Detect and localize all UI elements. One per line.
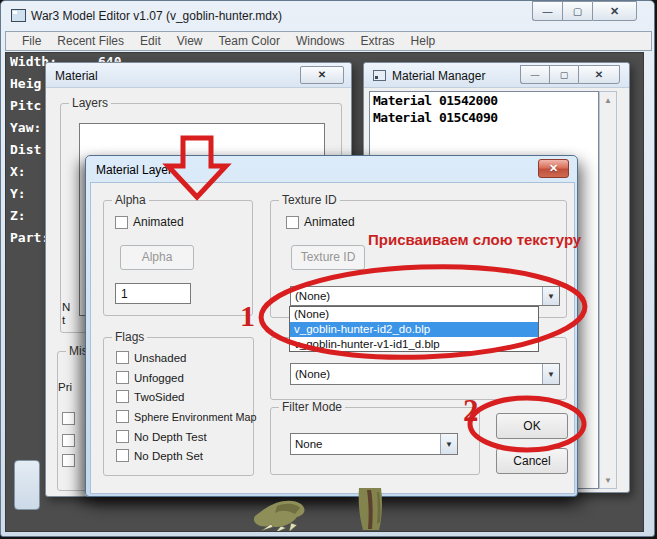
material-layer-titlebar[interactable]: Material Layer ✕ [86, 156, 577, 182]
alpha-animated-checkbox[interactable] [115, 216, 128, 229]
maximize-button[interactable]: ▢ [549, 65, 578, 84]
chevron-down-icon[interactable]: ▼ [440, 434, 457, 454]
filter-mode-combo[interactable]: None ▼ [290, 433, 458, 455]
animation-combo[interactable]: (None) ▼ [290, 363, 560, 385]
texture-combo[interactable]: (None) ▼ [290, 286, 560, 306]
list-item[interactable]: Material 015C4090 [370, 109, 598, 126]
menu-recent-files[interactable]: Recent Files [49, 34, 132, 48]
menu-help[interactable]: Help [403, 34, 444, 48]
menu-windows[interactable]: Windows [288, 34, 353, 48]
material-titlebar[interactable]: Material ✕ [46, 63, 351, 88]
material-manager-title: Material Manager [392, 69, 485, 83]
flag-twosided: TwoSided [116, 390, 185, 403]
material-checkbox-2[interactable] [62, 434, 75, 447]
main-window-title: War3 Model Editor v1.07 (v_goblin-hunter… [31, 9, 282, 23]
ok-button[interactable]: OK [496, 413, 568, 439]
menu-file[interactable]: File [14, 34, 49, 48]
material-layer-body: Alpha Animated Alpha 1 Texture ID Animat… [90, 182, 575, 494]
flag-no-depth-test: No Depth Test [116, 430, 207, 443]
chevron-down-icon[interactable]: ▼ [542, 287, 559, 305]
material-manager-icon [373, 70, 386, 81]
texture-id-group: Texture ID Animated Texture ID (None) ▼ [270, 200, 567, 318]
material-checkbox-3[interactable] [62, 454, 75, 467]
priority-label-partial: Pri [58, 381, 72, 393]
dropdown-option-selected[interactable]: v_goblin-hunter-id2_do.blp [290, 322, 538, 337]
cancel-button[interactable]: Cancel [496, 448, 568, 474]
flag-unfogged: Unfogged [116, 371, 184, 384]
scroll-up-icon[interactable]: ▲ [600, 92, 616, 108]
material-layer-title: Material Layer [96, 163, 172, 177]
list-item[interactable]: Material 01542000 [370, 92, 598, 109]
material-fragment-1: N [62, 301, 70, 313]
material-title: Material [55, 69, 98, 83]
menu-extras[interactable]: Extras [353, 34, 403, 48]
minimize-button[interactable]: — [532, 1, 562, 21]
alpha-animated-row: Animated [115, 215, 184, 229]
scroll-down-icon[interactable]: ▼ [600, 472, 616, 488]
menu-edit[interactable]: Edit [132, 34, 169, 48]
texture-animated-checkbox[interactable] [286, 216, 299, 229]
window-controls: — ▢ ✕ [532, 1, 637, 21]
unfogged-checkbox[interactable] [116, 371, 129, 384]
texture-dropdown-list: (None) v_goblin-hunter-id2_do.blp v_gobl… [289, 306, 539, 352]
material-manager-controls: — ▢ ✕ [520, 65, 620, 84]
close-button[interactable]: ✕ [592, 1, 637, 21]
menu-view[interactable]: View [169, 34, 211, 48]
close-button[interactable]: ✕ [538, 159, 569, 178]
dropdown-option[interactable]: v_goblin-hunter-v1-id1_d.blp [290, 337, 538, 352]
flag-sphere-env-map: Sphere Environment Map [116, 410, 256, 423]
goblin-model-feet [231, 488, 406, 532]
unshaded-checkbox[interactable] [116, 351, 129, 364]
alpha-value-input[interactable]: 1 [115, 283, 191, 304]
no-depth-set-checkbox[interactable] [116, 449, 129, 462]
material-manager-titlebar[interactable]: Material Manager — ▢ ✕ [364, 63, 629, 88]
no-depth-test-checkbox[interactable] [116, 430, 129, 443]
minimize-button[interactable]: — [520, 65, 549, 84]
material-fragment-2: t [62, 314, 65, 326]
screenshot-stage: War3 Model Editor v1.07 (v_goblin-hunter… [0, 0, 657, 539]
texture-animated-row: Animated [286, 215, 355, 229]
menu-team-color[interactable]: Team Color [211, 34, 288, 48]
dropdown-option[interactable]: (None) [290, 307, 538, 322]
menubar: File Recent Files Edit View Team Color W… [5, 31, 652, 51]
chevron-down-icon[interactable]: ▼ [542, 364, 559, 384]
maximize-button[interactable]: ▢ [562, 1, 592, 21]
app-icon [11, 9, 26, 22]
scrollbar[interactable]: ▲ ▼ [599, 91, 617, 489]
material-close-button[interactable]: ✕ [300, 66, 344, 84]
flags-group: Flags Unshaded Unfogged TwoSided Sphere … [103, 337, 254, 476]
material-checkbox-1[interactable] [62, 412, 75, 425]
background-window-corner [14, 460, 40, 510]
flag-no-depth-set: No Depth Set [116, 449, 203, 462]
material-layer-dialog: Material Layer ✕ Alpha Animated Alpha 1 … [85, 155, 578, 497]
texture-id-button[interactable]: Texture ID [291, 245, 365, 270]
alpha-group: Alpha Animated Alpha 1 [103, 200, 253, 316]
main-titlebar[interactable]: War3 Model Editor v1.07 (v_goblin-hunter… [1, 1, 654, 31]
alpha-button[interactable]: Alpha [120, 245, 194, 270]
twosided-checkbox[interactable] [116, 390, 129, 403]
filter-mode-group: Filter Mode None ▼ [270, 407, 480, 475]
flag-unshaded: Unshaded [116, 351, 186, 364]
close-button[interactable]: ✕ [578, 65, 620, 84]
sphere-env-map-checkbox[interactable] [116, 410, 129, 423]
